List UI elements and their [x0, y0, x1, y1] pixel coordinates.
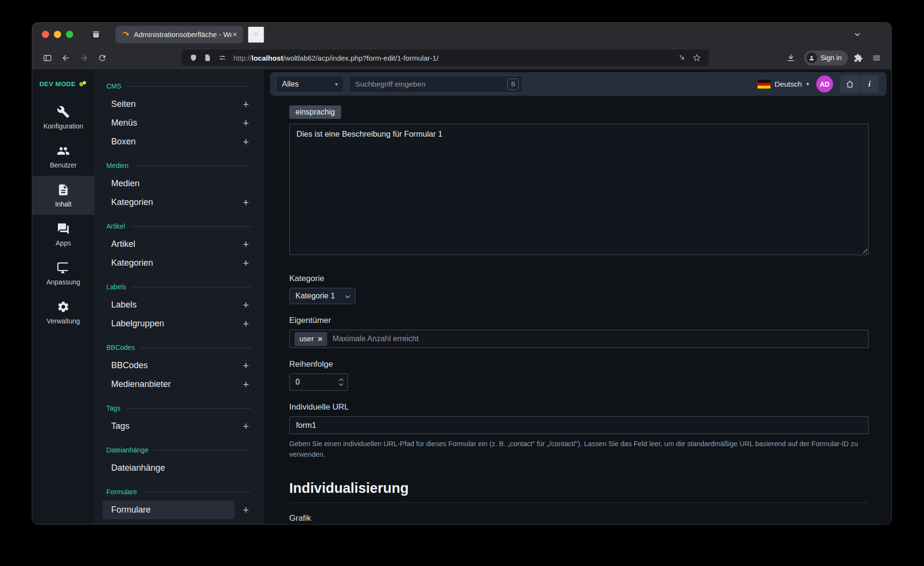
menu-section-dateianhaenge: Dateianhänge Dateianhänge — [95, 444, 264, 477]
add-icon[interactable]: + — [241, 197, 251, 208]
home-icon[interactable] — [840, 76, 860, 93]
monitor-icon — [57, 261, 70, 274]
add-icon[interactable]: + — [241, 319, 251, 329]
sidebar-item-benutzer[interactable]: Benutzer — [32, 137, 94, 176]
add-icon[interactable]: + — [241, 99, 251, 110]
sidebar-item-inhalt[interactable]: Inhalt — [32, 176, 94, 215]
section-divider — [131, 226, 251, 227]
menu-item-artikel-kategorien[interactable]: Kategorien+ — [95, 254, 264, 272]
minimize-window-button[interactable] — [54, 31, 61, 38]
acp-app: DEV MODE Konfiguration Benutzer Inhalt A… — [32, 70, 891, 524]
sidebar-toggle-icon[interactable] — [39, 50, 55, 66]
downloads-icon[interactable] — [783, 50, 799, 66]
zoom-window-button[interactable] — [66, 31, 73, 38]
add-icon[interactable]: + — [241, 421, 251, 432]
bookmark-star-icon[interactable] — [690, 51, 704, 65]
menu-item-medien[interactable]: Medien — [95, 174, 264, 193]
search-shortcut-badge: S — [507, 78, 519, 90]
translate-icon[interactable] — [675, 51, 690, 65]
urlbar-actions — [675, 51, 704, 65]
menu-item-formulare[interactable]: Formulare+ — [95, 501, 264, 519]
shield-icon[interactable] — [186, 51, 201, 65]
extensions-icon[interactable] — [850, 50, 866, 66]
menu-item-seiten[interactable]: Seiten+ — [95, 95, 264, 114]
browser-tab[interactable]: Administrationsoberfläche - Wo × — [116, 26, 243, 43]
tab-close-icon[interactable]: × — [231, 30, 238, 39]
sign-in-button[interactable]: Sign in — [804, 51, 848, 65]
add-icon[interactable]: + — [241, 300, 251, 310]
german-flag-icon — [757, 80, 770, 89]
search-input[interactable] — [355, 80, 507, 89]
menu-item-medienanbieter[interactable]: Medienanbieter+ — [95, 375, 264, 394]
language-select[interactable]: Deutsch ▾ — [757, 80, 809, 89]
dev-mode-icon — [78, 80, 87, 87]
page-info-icon[interactable] — [201, 51, 215, 65]
graphic-label: Grafik — [289, 514, 869, 523]
add-icon[interactable]: + — [241, 524, 251, 525]
section-rule — [289, 502, 869, 503]
permissions-icon[interactable] — [215, 51, 230, 65]
menu-item-medien-kategorien[interactable]: Kategorien+ — [95, 193, 264, 212]
account-icon — [807, 52, 817, 63]
custom-url-input[interactable] — [289, 416, 869, 434]
add-icon[interactable]: + — [241, 505, 251, 515]
section-divider — [141, 347, 251, 348]
menu-item-menus[interactable]: Menüs+ — [95, 114, 264, 132]
menu-item-labels[interactable]: Labels+ — [95, 296, 264, 314]
stepper-up-icon[interactable] — [339, 378, 344, 381]
chevron-down-icon: ▾ — [335, 81, 338, 88]
main-area: Alles ▾ S Deutsch ▾ AD — [264, 70, 891, 524]
menu-item-dateianhaenge[interactable]: Dateianhänge — [95, 459, 264, 477]
description-textarea[interactable]: Dies ist eine Beschreibung für Formular … — [289, 124, 869, 255]
sidebar-item-verwaltung[interactable]: Verwaltung — [32, 293, 94, 332]
library-icon[interactable] — [88, 26, 104, 43]
menu-item-boxen[interactable]: Boxen+ — [95, 132, 264, 151]
content-menu: CMS Seiten+ Menüs+ Boxen+ Medien Medien … — [94, 70, 264, 524]
menu-item-label: Boxen — [103, 132, 235, 151]
menu-hamburger-icon[interactable] — [868, 50, 885, 66]
add-icon[interactable]: + — [241, 118, 251, 129]
remove-token-icon[interactable]: × — [318, 335, 322, 343]
owner-token[interactable]: user × — [295, 332, 327, 346]
add-icon[interactable]: + — [241, 379, 251, 390]
number-stepper[interactable] — [335, 374, 347, 390]
section-title: Tags — [106, 404, 121, 412]
info-icon[interactable]: i — [860, 76, 879, 93]
menu-item-tags[interactable]: Tags+ — [95, 417, 264, 436]
section-divider — [134, 166, 251, 166]
category-select[interactable]: Kategorie 1 — [289, 288, 356, 304]
menu-item-labelgruppen[interactable]: Labelgruppen+ — [95, 314, 264, 333]
back-button[interactable] — [57, 50, 74, 66]
add-icon[interactable]: + — [241, 137, 251, 147]
topbar-actions: Deutsch ▾ AD i — [757, 76, 879, 93]
search-field: S — [349, 76, 523, 93]
sidebar-item-label: Anpassung — [46, 278, 80, 286]
new-tab-button[interactable]: + — [248, 26, 264, 43]
menu-item-formulare-kategorien[interactable]: Kategorien+ — [95, 519, 264, 524]
stepper-down-icon[interactable] — [339, 383, 344, 386]
search-scope-value: Alles — [282, 80, 299, 89]
sidebar-item-apps[interactable]: Apps — [32, 215, 94, 254]
sidebar-item-label: Benutzer — [50, 161, 77, 169]
owner-token-field[interactable]: user × Maximale Anzahl erreicht — [289, 330, 869, 348]
reload-button[interactable] — [94, 50, 110, 66]
add-icon[interactable]: + — [241, 360, 251, 371]
sidebar-item-anpassung[interactable]: Anpassung — [32, 254, 94, 293]
add-icon[interactable]: + — [241, 258, 251, 269]
section-divider — [127, 408, 251, 409]
add-icon[interactable]: + — [241, 239, 251, 250]
menu-item-bbcodes[interactable]: BBCodes+ — [95, 356, 264, 375]
search-scope-select[interactable]: Alles ▾ — [276, 76, 344, 93]
close-window-button[interactable] — [42, 31, 49, 38]
url-bar[interactable]: http://localhost/woltlab62/acp/index.php… — [181, 50, 709, 66]
order-input[interactable] — [295, 378, 335, 386]
owner-placeholder: Maximale Anzahl erreicht — [333, 334, 419, 343]
forward-button[interactable] — [76, 50, 92, 66]
menu-item-label: Kategorien — [103, 519, 235, 524]
tab-strip: Administrationsoberfläche - Wo × + — [32, 23, 891, 46]
tab-list-chevron-icon[interactable] — [849, 26, 865, 43]
menu-item-artikel[interactable]: Artikel+ — [95, 235, 264, 254]
sidebar-item-konfiguration[interactable]: Konfiguration — [32, 98, 94, 137]
dev-mode-text: DEV MODE — [39, 80, 76, 88]
user-avatar[interactable]: AD — [816, 76, 833, 92]
